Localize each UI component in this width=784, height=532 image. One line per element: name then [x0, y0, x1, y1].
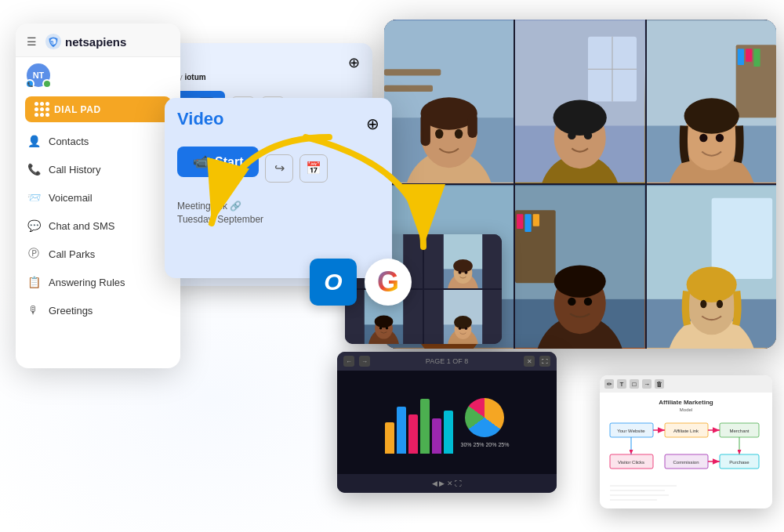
- svg-point-85: [386, 327, 388, 329]
- sidebar-item-call-parks[interactable]: Ⓟ Call Parks: [16, 240, 180, 268]
- dial-pad-button[interactable]: DIAL PAD: [25, 96, 171, 122]
- brand-name: netsapiens: [65, 35, 126, 49]
- start-label-front: Start: [215, 155, 243, 169]
- calendar-icons-group: O G: [310, 259, 412, 306]
- presentation-panel: ← → PAGE 1 OF 8 ✕ ⛶ 30% 25% 20% 25% ◀: [337, 352, 557, 493]
- whiteboard-toolbar: ✏ T □ → 🗑: [600, 375, 772, 393]
- phone-badge: 📞: [25, 79, 34, 89]
- video-cell-3: [647, 20, 776, 183]
- whiteboard-subtitle: Model: [606, 407, 766, 412]
- svg-point-63: [700, 300, 706, 308]
- svg-point-77: [459, 271, 462, 274]
- fullscreen-button[interactable]: ⛶: [539, 356, 550, 367]
- sidebar-item-answering-rules[interactable]: 📋 Answering Rules: [16, 268, 180, 296]
- svg-point-15: [455, 129, 463, 139]
- svg-point-62: [686, 267, 736, 302]
- next-slide-button[interactable]: →: [359, 356, 370, 367]
- add-meeting-icon-front[interactable]: ⊕: [366, 114, 379, 133]
- online-badge: [42, 79, 52, 89]
- video-panel-front: Video ⊕ 📹 Start ↪ 📅 Meeting link 🔗 Tuesd…: [165, 98, 392, 278]
- svg-text:Your Website: Your Website: [617, 429, 645, 433]
- sidebar-item-contacts[interactable]: 👤 Contacts: [16, 127, 180, 155]
- wb-tool-1[interactable]: ✏: [604, 379, 614, 389]
- svg-point-84: [379, 327, 382, 329]
- hamburger-icon[interactable]: ☰: [27, 35, 37, 48]
- contacts-label: Contacts: [49, 136, 89, 147]
- sidebar-item-call-history[interactable]: 📞 Call History: [16, 155, 180, 183]
- contacts-icon: 👤: [27, 134, 41, 148]
- page-indicator: PAGE 1 OF 8: [375, 357, 519, 365]
- ns-logo-svg: n: [45, 33, 62, 50]
- svg-point-25: [584, 132, 592, 139]
- whiteboard-panel: ✏ T □ → 🗑 Affiliate Marketing Model Your…: [600, 375, 772, 508]
- chat-sms-label: Chat and SMS: [49, 220, 115, 232]
- join-button-front[interactable]: ↪: [265, 154, 293, 183]
- svg-point-83: [375, 316, 394, 328]
- presentation-controls: ◀ ▶ ✕ ⛶: [432, 480, 463, 487]
- call-parks-icon: Ⓟ: [27, 247, 41, 261]
- video-cell-2: [515, 20, 644, 183]
- call-history-label: Call History: [49, 164, 100, 176]
- start-button-front[interactable]: 📹 Start: [177, 147, 259, 177]
- presentation-content: 30% 25% 20% 25%: [337, 371, 557, 474]
- call-history-icon: 📞: [27, 162, 41, 176]
- video-title-front: Video: [177, 109, 224, 129]
- wb-tool-5[interactable]: 🗑: [655, 379, 664, 389]
- svg-point-14: [435, 129, 443, 139]
- sidebar-item-chat-sms[interactable]: 💬 Chat and SMS: [16, 212, 180, 240]
- bar-2: [397, 407, 406, 454]
- close-presentation-button[interactable]: ✕: [524, 356, 535, 367]
- dialpad-grid-icon: [34, 102, 49, 117]
- bar-3: [408, 414, 418, 454]
- svg-rect-8: [384, 85, 433, 92]
- svg-point-54: [554, 265, 606, 297]
- dial-pad-label: DIAL PAD: [54, 104, 101, 115]
- wb-tool-3[interactable]: □: [630, 379, 639, 389]
- google-g-letter: G: [377, 266, 399, 299]
- sidebar-item-voicemail[interactable]: 📨 Voicemail: [16, 183, 180, 212]
- svg-point-76: [453, 259, 473, 273]
- svg-rect-59: [711, 198, 771, 279]
- bar-1: [385, 422, 394, 454]
- whiteboard-title: Affiliate Marketing: [606, 399, 766, 406]
- greetings-icon: 🎙: [27, 303, 41, 317]
- wb-tool-4[interactable]: →: [642, 379, 652, 389]
- bar-4: [420, 399, 430, 454]
- video-cell-sm-4: [424, 290, 502, 344]
- sidebar-item-greetings[interactable]: 🎙 Greetings: [16, 296, 180, 324]
- greetings-label: Greetings: [49, 305, 93, 317]
- video-cell-1: [384, 20, 514, 183]
- meeting-date-text: Tuesday, September: [177, 214, 263, 225]
- presentation-toolbar: ← → PAGE 1 OF 8 ✕ ⛶: [337, 352, 557, 371]
- whiteboard-diagram: Your Website Affiliate Link Merchant Vis…: [606, 415, 763, 508]
- svg-rect-7: [384, 69, 441, 75]
- svg-rect-13: [467, 114, 477, 138]
- pie-label: 30% 25% 20% 25%: [461, 442, 510, 447]
- meeting-link-front: Meeting link 🔗: [177, 201, 379, 212]
- svg-point-24: [568, 132, 575, 139]
- schedule-button-front[interactable]: 📅: [299, 154, 328, 183]
- outlook-letter: O: [324, 269, 342, 295]
- answering-rules-label: Answering Rules: [49, 277, 125, 288]
- call-parks-label: Call Parks: [49, 248, 95, 260]
- video-cell-sm-2: [424, 234, 502, 288]
- main-scene: ☰ n netsapiens NT 📞: [0, 0, 784, 532]
- svg-rect-29: [737, 49, 743, 65]
- svg-text:Commission: Commission: [673, 460, 699, 465]
- svg-point-64: [717, 300, 723, 308]
- chat-icon: 💬: [27, 219, 41, 233]
- prev-slide-button[interactable]: ←: [343, 356, 354, 367]
- participant-2: [515, 20, 644, 183]
- add-meeting-icon[interactable]: ⊕: [348, 54, 360, 71]
- svg-rect-31: [753, 49, 760, 67]
- iotum-brand: iotum: [184, 73, 205, 81]
- svg-text:Visitor Clicks: Visitor Clicks: [618, 460, 644, 465]
- svg-rect-49: [517, 214, 523, 229]
- wb-tool-2[interactable]: T: [617, 379, 626, 389]
- avatar-row: NT 📞: [16, 57, 180, 93]
- avatar[interactable]: NT 📞: [27, 63, 50, 87]
- participant-6: [647, 185, 776, 349]
- video-cell-5: [515, 185, 644, 349]
- svg-point-34: [684, 98, 739, 133]
- google-icon: G: [365, 259, 412, 306]
